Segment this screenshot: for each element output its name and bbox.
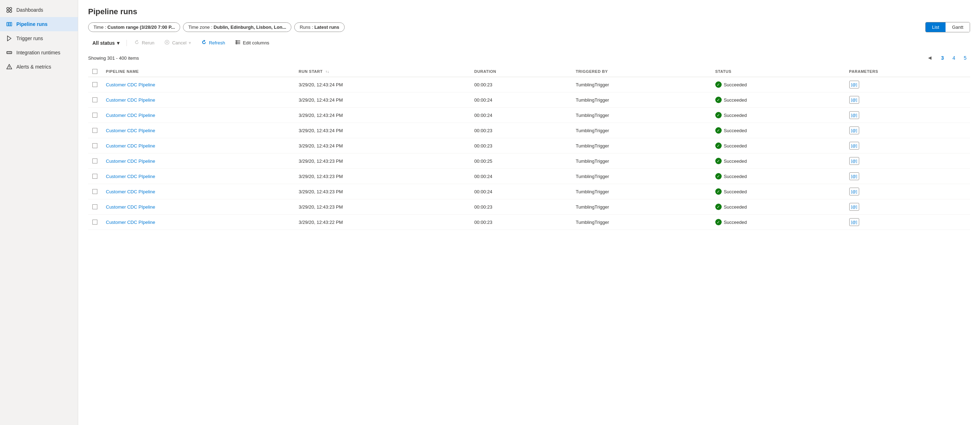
run-start-header[interactable]: RUN START ↑↓ bbox=[294, 66, 470, 77]
pipeline-name-cell: Customer CDC PIpeline bbox=[102, 92, 294, 108]
rerun-button[interactable]: Rerun bbox=[130, 37, 159, 48]
timezone-filter[interactable]: Time zone : Dublin, Edinburgh, Lisbon, L… bbox=[183, 22, 291, 32]
gantt-view-button[interactable]: Gantt bbox=[945, 22, 970, 32]
row-checkbox[interactable] bbox=[92, 204, 97, 209]
parameters-icon[interactable]: [@] bbox=[849, 218, 859, 226]
parameters-header: PARAMETERS bbox=[845, 66, 970, 77]
svg-point-13 bbox=[9, 68, 10, 68]
status-cell: ✓ Succeeded bbox=[711, 184, 845, 199]
pipeline-name-link[interactable]: Customer CDC PIpeline bbox=[106, 113, 155, 118]
duration-cell: 00:00:24 bbox=[470, 92, 571, 108]
status-filter-dropdown[interactable]: All status ▾ bbox=[88, 38, 124, 48]
svg-rect-4 bbox=[7, 22, 8, 26]
cancel-icon bbox=[164, 40, 170, 46]
refresh-label: Refresh bbox=[209, 40, 225, 46]
run-start-cell: 3/29/20, 12:43:22 PM bbox=[294, 215, 470, 230]
parameters-cell: [@] bbox=[845, 153, 970, 169]
svg-marker-7 bbox=[8, 36, 11, 41]
pipeline-name-link[interactable]: Customer CDC PIpeline bbox=[106, 97, 155, 103]
parameters-icon[interactable]: [@] bbox=[849, 126, 859, 134]
parameters-icon[interactable]: [@] bbox=[849, 81, 859, 89]
sidebar-item-integration-runtimes[interactable]: Integration runtimes bbox=[0, 46, 78, 60]
sidebar-item-trigger-runs[interactable]: Trigger runs bbox=[0, 31, 78, 46]
parameters-icon[interactable]: [@] bbox=[849, 96, 859, 104]
triggered-by-cell: TumblingTrigger bbox=[571, 123, 711, 138]
cancel-button[interactable]: Cancel ▾ bbox=[160, 37, 195, 48]
pipeline-name-link[interactable]: Customer CDC PIpeline bbox=[106, 220, 155, 225]
runs-filter[interactable]: Runs : Latest runs bbox=[294, 22, 344, 32]
parameters-icon[interactable]: [@] bbox=[849, 172, 859, 180]
table-row: Customer CDC PIpeline 3/29/20, 12:43:24 … bbox=[88, 77, 970, 92]
svg-point-1 bbox=[10, 8, 12, 10]
run-start-cell: 3/29/20, 12:43:24 PM bbox=[294, 138, 470, 153]
edit-columns-button[interactable]: Edit columns bbox=[231, 37, 273, 48]
parameters-icon[interactable]: [@] bbox=[849, 203, 859, 211]
table-row: Customer CDC PIpeline 3/29/20, 12:43:24 … bbox=[88, 108, 970, 123]
dashboard-icon bbox=[6, 6, 13, 13]
pipeline-name-link[interactable]: Customer CDC PIpeline bbox=[106, 143, 155, 148]
cancel-chevron-icon: ▾ bbox=[189, 40, 191, 46]
rerun-label: Rerun bbox=[142, 40, 154, 46]
duration-cell: 00:00:24 bbox=[470, 108, 571, 123]
pipeline-name-cell: Customer CDC PIpeline bbox=[102, 184, 294, 199]
row-checkbox[interactable] bbox=[92, 159, 97, 164]
pipeline-name-header: PIPELINE NAME bbox=[102, 66, 294, 77]
table-container: PIPELINE NAME RUN START ↑↓ DURATION TRIG… bbox=[88, 66, 970, 418]
table-row: Customer CDC PIpeline 3/29/20, 12:43:23 … bbox=[88, 184, 970, 199]
pipeline-name-link[interactable]: Customer CDC PIpeline bbox=[106, 189, 155, 194]
prev-page-button[interactable]: ◄ bbox=[923, 53, 936, 62]
row-checkbox[interactable] bbox=[92, 174, 97, 179]
sidebar-item-alerts-metrics[interactable]: Alerts & metrics bbox=[0, 60, 78, 74]
sidebar-item-dashboards[interactable]: Dashboards bbox=[0, 3, 78, 17]
row-checkbox-cell bbox=[88, 184, 102, 199]
sidebar-item-label: Trigger runs bbox=[16, 35, 43, 41]
page-4-button[interactable]: 4 bbox=[949, 54, 959, 62]
status-label: Succeeded bbox=[724, 189, 747, 194]
pipeline-name-link[interactable]: Customer CDC PIpeline bbox=[106, 204, 155, 210]
page-title: Pipeline runs bbox=[88, 7, 970, 16]
pipeline-name-link[interactable]: Customer CDC PIpeline bbox=[106, 128, 155, 133]
duration-cell: 00:00:23 bbox=[470, 199, 571, 215]
status-check-icon: ✓ bbox=[715, 127, 722, 134]
triggered-by-cell: TumblingTrigger bbox=[571, 199, 711, 215]
row-checkbox[interactable] bbox=[92, 128, 97, 133]
refresh-icon bbox=[201, 40, 207, 46]
parameters-icon[interactable]: [@] bbox=[849, 111, 859, 119]
page-3-button[interactable]: 3 bbox=[938, 54, 948, 62]
select-all-checkbox[interactable] bbox=[92, 69, 97, 74]
pipeline-name-link[interactable]: Customer CDC PIpeline bbox=[106, 82, 155, 88]
row-checkbox[interactable] bbox=[92, 82, 97, 87]
duration-cell: 00:00:23 bbox=[470, 215, 571, 230]
status-cell: ✓ Succeeded bbox=[711, 153, 845, 169]
duration-header: DURATION bbox=[470, 66, 571, 77]
row-checkbox[interactable] bbox=[92, 97, 97, 102]
status-cell: ✓ Succeeded bbox=[711, 215, 845, 230]
page-5-button[interactable]: 5 bbox=[960, 54, 970, 62]
row-checkbox[interactable] bbox=[92, 189, 97, 194]
table-row: Customer CDC PIpeline 3/29/20, 12:43:24 … bbox=[88, 123, 970, 138]
row-checkbox[interactable] bbox=[92, 143, 97, 148]
triggered-by-cell: TumblingTrigger bbox=[571, 169, 711, 184]
status-cell: ✓ Succeeded bbox=[711, 123, 845, 138]
sidebar-item-pipeline-runs[interactable]: Pipeline runs bbox=[0, 17, 78, 31]
duration-cell: 00:00:24 bbox=[470, 184, 571, 199]
row-checkbox[interactable] bbox=[92, 220, 97, 224]
status-label: Succeeded bbox=[724, 97, 747, 103]
triggered-by-cell: TumblingTrigger bbox=[571, 184, 711, 199]
refresh-button[interactable]: Refresh bbox=[197, 37, 229, 48]
list-view-button[interactable]: List bbox=[926, 22, 945, 32]
edit-columns-label: Edit columns bbox=[243, 40, 269, 46]
parameters-icon[interactable]: [@] bbox=[849, 188, 859, 196]
parameters-icon[interactable]: [@] bbox=[849, 157, 859, 165]
status-check-icon: ✓ bbox=[715, 204, 722, 210]
run-start-cell: 3/29/20, 12:43:23 PM bbox=[294, 153, 470, 169]
parameters-icon[interactable]: [@] bbox=[849, 142, 859, 150]
parameters-cell: [@] bbox=[845, 123, 970, 138]
pipeline-name-link[interactable]: Customer CDC PIpeline bbox=[106, 159, 155, 164]
pipeline-name-cell: Customer CDC PIpeline bbox=[102, 199, 294, 215]
row-checkbox[interactable] bbox=[92, 113, 97, 118]
duration-cell: 00:00:25 bbox=[470, 153, 571, 169]
pipeline-name-link[interactable]: Customer CDC PIpeline bbox=[106, 174, 155, 179]
pagination: ◄ 3 4 5 bbox=[923, 53, 970, 62]
time-filter[interactable]: Time : Custom range (3/28/20 7:00 P... bbox=[88, 22, 180, 32]
